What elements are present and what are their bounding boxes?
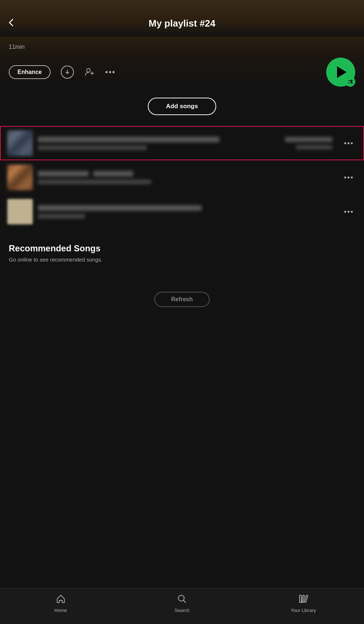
shuffle-icon xyxy=(348,79,353,85)
search-label: Search xyxy=(174,608,189,613)
song-more-button[interactable]: ••• xyxy=(341,136,357,150)
more-options-icon: ••• xyxy=(105,67,116,77)
add-songs-container: Add songs xyxy=(0,90,364,126)
svg-rect-4 xyxy=(305,595,308,603)
song-art xyxy=(7,199,33,224)
song-title xyxy=(38,137,219,142)
home-label: Home xyxy=(54,608,67,613)
song-info xyxy=(38,205,336,219)
add-user-button[interactable] xyxy=(84,67,95,77)
recommended-title: Recommended Songs xyxy=(9,243,355,254)
table-row[interactable]: ••• xyxy=(0,195,364,229)
song-art xyxy=(7,165,33,190)
controls-area: 11min Enhance ••• xyxy=(0,36,364,90)
song-extra-artist xyxy=(296,145,332,149)
song-list: ••• ••• ••• xyxy=(0,126,364,232)
table-row[interactable]: ••• xyxy=(0,160,364,195)
enhance-button[interactable]: Enhance xyxy=(9,65,51,79)
table-row[interactable]: ••• xyxy=(0,126,364,160)
home-icon xyxy=(56,594,66,605)
bottom-navigation: Home Search Your Library xyxy=(0,588,364,624)
sidebar-item-library[interactable]: Your Library xyxy=(243,594,364,613)
song-info xyxy=(38,137,280,150)
spacer xyxy=(0,314,364,387)
sidebar-item-search[interactable]: Search xyxy=(121,594,242,613)
search-icon xyxy=(177,594,187,605)
play-icon xyxy=(337,66,347,78)
song-extra-title xyxy=(285,137,332,142)
action-row: Enhance ••• xyxy=(9,58,355,87)
song-info xyxy=(38,171,336,184)
svg-rect-3 xyxy=(302,595,305,603)
sidebar-item-home[interactable]: Home xyxy=(0,594,121,613)
svg-rect-2 xyxy=(300,595,301,603)
play-shuffle-container xyxy=(326,58,355,87)
more-options-button[interactable]: ••• xyxy=(105,67,116,77)
add-user-icon xyxy=(84,67,95,77)
song-extra xyxy=(285,137,332,149)
song-artist xyxy=(38,180,151,184)
song-more-button[interactable]: ••• xyxy=(341,205,357,219)
song-title-extra xyxy=(93,171,133,177)
header: My playlist #24 xyxy=(0,0,364,36)
library-label: Your Library xyxy=(291,608,316,613)
recommended-subtitle: Go online to see recommended songs. xyxy=(9,256,355,263)
song-more-button[interactable]: ••• xyxy=(341,170,357,185)
song-artist xyxy=(38,214,85,219)
library-icon xyxy=(298,594,308,605)
duration-label: 11min xyxy=(9,44,355,50)
song-title xyxy=(38,171,89,177)
download-icon xyxy=(61,66,74,79)
back-button[interactable] xyxy=(7,18,15,28)
page-title: My playlist #24 xyxy=(149,18,215,29)
refresh-button[interactable]: Refresh xyxy=(154,292,210,307)
action-row-left: Enhance ••• xyxy=(9,65,116,79)
download-button[interactable] xyxy=(61,66,74,79)
song-art xyxy=(7,130,33,156)
song-artist xyxy=(38,145,147,150)
recommended-section: Recommended Songs Go online to see recom… xyxy=(0,232,364,314)
add-songs-button[interactable]: Add songs xyxy=(148,98,216,115)
shuffle-badge xyxy=(345,76,355,87)
song-title xyxy=(38,205,202,211)
svg-point-0 xyxy=(87,68,90,72)
